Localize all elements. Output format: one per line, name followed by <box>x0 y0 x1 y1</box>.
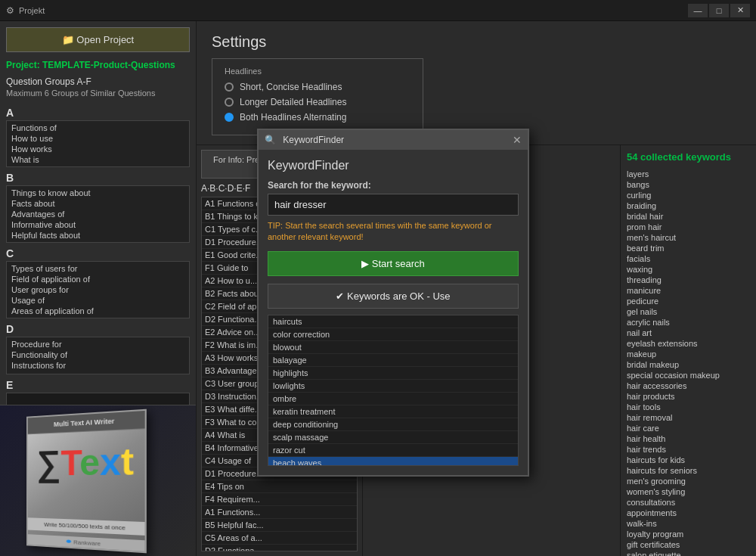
left-panel: 📁 Open Project Project: TEMPLATE-Product… <box>0 21 197 556</box>
list-item[interactable]: women's styling <box>627 486 750 497</box>
list-item[interactable]: Facts about <box>10 198 186 209</box>
list-item[interactable]: hair products <box>627 391 750 402</box>
list-item[interactable]: hair health <box>627 433 750 444</box>
group-list-d[interactable]: Procedure for Functionality of Instructi… <box>6 337 190 374</box>
settings-section: Settings Headlines Short, Concise Headli… <box>197 21 756 145</box>
collected-title: 54 collected keywords <box>627 151 750 163</box>
list-item[interactable]: lowlights <box>268 380 518 393</box>
list-item[interactable]: Functions of <box>10 123 186 133</box>
kf-titlebar: 🔍 KeywordFinder ✕ <box>259 130 528 150</box>
list-item[interactable]: scalp massage <box>268 431 518 444</box>
list-item[interactable]: balayage <box>268 354 518 367</box>
radio-button[interactable] <box>225 82 234 92</box>
list-item[interactable]: haircuts <box>268 315 518 328</box>
kf-search-input[interactable] <box>268 194 519 216</box>
list-item[interactable]: What is <box>10 154 186 165</box>
list-item[interactable]: hair care <box>627 423 750 433</box>
list-item[interactable]: loyalty program <box>627 529 750 539</box>
list-item[interactable]: How works <box>10 144 186 154</box>
radio-button-selected[interactable] <box>225 113 234 122</box>
radio-short-headlines[interactable]: Short, Concise Headlines <box>225 82 411 92</box>
maximize-button[interactable]: □ <box>709 4 729 17</box>
list-item[interactable]: keratin treatment <box>268 405 518 418</box>
close-button[interactable]: ✕ <box>730 4 750 17</box>
list-item[interactable]: How to use <box>10 133 186 144</box>
list-item[interactable]: hair tools <box>627 402 750 412</box>
list-item[interactable]: beard trim <box>627 243 750 253</box>
list-item[interactable]: nail art <box>627 328 750 338</box>
list-item[interactable]: F4 Requirem... <box>202 493 357 506</box>
list-item[interactable]: Helpful facts about <box>10 230 186 241</box>
list-item[interactable]: acrylic nails <box>627 317 750 328</box>
list-item[interactable]: Usage of <box>10 295 186 306</box>
list-item[interactable]: appointments <box>627 508 750 518</box>
list-item[interactable]: B5 Helpful fac... <box>202 519 357 532</box>
list-item[interactable]: pedicure <box>627 296 750 306</box>
radio-longer-headlines[interactable]: Longer Detailed Headlines <box>225 97 411 107</box>
list-item[interactable]: layers <box>627 169 750 179</box>
list-item[interactable]: hair trends <box>627 444 750 455</box>
list-item[interactable]: gift certificates <box>627 539 750 550</box>
group-list-a[interactable]: Functions of How to use How works What i… <box>6 120 190 167</box>
list-item[interactable]: haircuts for kids <box>627 455 750 465</box>
group-list-e[interactable] <box>6 393 190 405</box>
list-item[interactable]: Instructions for <box>10 360 186 371</box>
kf-keywords-list[interactable]: haircutscolor correctionblowoutbalayageh… <box>268 315 519 466</box>
group-section-e: E <box>0 377 196 405</box>
list-item[interactable]: prom hair <box>627 222 750 232</box>
list-item[interactable]: C5 Areas of a... <box>202 532 357 545</box>
list-item[interactable]: Things to know about <box>10 188 186 198</box>
list-item[interactable]: Types of users for <box>10 263 186 274</box>
kf-close-button[interactable]: ✕ <box>513 134 522 146</box>
list-item[interactable]: E4 Tips on <box>202 480 357 493</box>
list-item[interactable]: men's haircut <box>627 232 750 243</box>
list-item[interactable]: hair removal <box>627 412 750 423</box>
radio-button[interactable] <box>225 98 234 107</box>
list-item[interactable]: salon etiquette <box>627 550 750 556</box>
list-item[interactable]: facials <box>627 253 750 264</box>
list-item[interactable]: curling <box>627 190 750 200</box>
question-groups-title: Question Groups A-F <box>0 75 196 89</box>
list-item[interactable]: razor cut <box>268 444 518 457</box>
list-item[interactable]: ombre <box>268 393 518 405</box>
minimize-button[interactable]: — <box>688 4 708 17</box>
list-item[interactable]: Field of application of <box>10 274 186 284</box>
group-section-d: D Procedure for Functionality of Instruc… <box>0 321 196 374</box>
list-item[interactable]: men's grooming <box>627 476 750 486</box>
list-item[interactable]: Areas of application of <box>10 306 186 316</box>
list-item[interactable]: braiding <box>627 200 750 211</box>
list-item[interactable]: manicure <box>627 285 750 296</box>
kf-start-button[interactable]: ▶ Start search <box>268 251 519 276</box>
list-item[interactable]: gel nails <box>627 306 750 317</box>
list-item[interactable]: bridal hair <box>627 211 750 222</box>
radio-both-headlines[interactable]: Both Headlines Alternating <box>225 112 411 123</box>
list-item[interactable]: bangs <box>627 179 750 190</box>
list-item[interactable]: Advantages of <box>10 209 186 219</box>
list-item[interactable]: bridal makeup <box>627 359 750 370</box>
list-item[interactable]: color correction <box>268 328 518 341</box>
group-list-b[interactable]: Things to know about Facts about Advanta… <box>6 185 190 243</box>
list-item[interactable]: beach waves <box>268 457 518 466</box>
open-project-button[interactable]: 📁 Open Project <box>6 27 190 52</box>
list-item[interactable]: User groups for <box>10 284 186 295</box>
group-list-c[interactable]: Types of users for Field of application … <box>6 261 190 318</box>
list-item[interactable]: Informative about <box>10 219 186 230</box>
group-label-c: C <box>0 246 196 261</box>
list-item[interactable]: threading <box>627 275 750 285</box>
list-item[interactable]: walk-ins <box>627 518 750 529</box>
group-label-e: E <box>0 377 196 393</box>
list-item[interactable]: makeup <box>627 349 750 359</box>
list-item[interactable]: eyelash extensions <box>627 338 750 349</box>
list-item[interactable]: deep conditioning <box>268 418 518 431</box>
list-item[interactable]: Procedure for <box>10 339 186 349</box>
list-item[interactable]: D2 Functiona... <box>202 545 357 551</box>
list-item[interactable]: Functionality of <box>10 349 186 360</box>
list-item[interactable]: highlights <box>268 367 518 380</box>
list-item[interactable]: waxing <box>627 264 750 275</box>
list-item[interactable]: A1 Functions... <box>202 506 357 519</box>
list-item[interactable]: blowout <box>268 341 518 354</box>
list-item[interactable]: consultations <box>627 497 750 508</box>
list-item[interactable]: special occasion makeup <box>627 370 750 381</box>
list-item[interactable]: haircuts for seniors <box>627 465 750 476</box>
list-item[interactable]: hair accessories <box>627 381 750 391</box>
